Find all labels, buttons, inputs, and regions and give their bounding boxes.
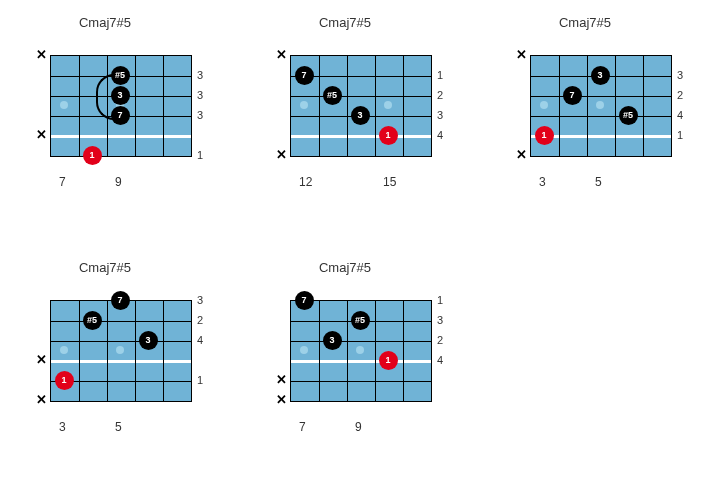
finger-number: 3 xyxy=(197,109,203,121)
mute-icon: ✕ xyxy=(276,147,287,162)
string-line xyxy=(291,135,431,138)
mute-icon: ✕ xyxy=(516,147,527,162)
mute-icon: ✕ xyxy=(276,372,287,387)
chord-diagram: Cmaj7#5✕✕7#531324135 xyxy=(30,260,230,450)
fret-line xyxy=(375,56,376,156)
finger-dot: 1 xyxy=(535,126,554,145)
fret-inlay xyxy=(356,346,364,354)
fret-number: 5 xyxy=(115,420,122,434)
mute-icon: ✕ xyxy=(36,352,47,367)
fret-line xyxy=(587,56,588,156)
finger-dot: #5 xyxy=(111,66,130,85)
finger-dot: 3 xyxy=(351,106,370,125)
fret-line xyxy=(135,56,136,156)
mute-icon: ✕ xyxy=(516,47,527,62)
fret-line xyxy=(79,56,80,156)
chord-title: Cmaj7#5 xyxy=(30,15,180,30)
finger-number: 3 xyxy=(437,109,443,121)
chord-diagram: Cmaj7#5✕✕#5371333179 xyxy=(30,15,230,205)
finger-dot: 3 xyxy=(323,331,342,350)
finger-dot: #5 xyxy=(83,311,102,330)
chord-title: Cmaj7#5 xyxy=(270,260,420,275)
finger-number: 4 xyxy=(677,109,683,121)
finger-number: 2 xyxy=(437,89,443,101)
finger-dot: 7 xyxy=(111,106,130,125)
fret-inlay xyxy=(60,346,68,354)
fret-inlay xyxy=(540,101,548,109)
fret-inlay xyxy=(300,346,308,354)
finger-dot: 7 xyxy=(111,291,130,310)
fret-line xyxy=(615,56,616,156)
string-line xyxy=(51,135,191,138)
fret-number: 3 xyxy=(59,420,66,434)
finger-number: 1 xyxy=(437,69,443,81)
finger-dot: #5 xyxy=(351,311,370,330)
fret-inlay xyxy=(300,101,308,109)
mute-icon: ✕ xyxy=(36,392,47,407)
fret-number: 12 xyxy=(299,175,312,189)
finger-number: 3 xyxy=(677,69,683,81)
chord-diagram: Cmaj7#5✕✕7#53112341215 xyxy=(270,15,470,205)
finger-dot: 3 xyxy=(139,331,158,350)
finger-dot: #5 xyxy=(323,86,342,105)
finger-number: 1 xyxy=(197,374,203,386)
finger-dot: 1 xyxy=(379,126,398,145)
fret-number: 7 xyxy=(299,420,306,434)
string-line xyxy=(291,360,431,363)
mute-icon: ✕ xyxy=(276,47,287,62)
fret-number: 9 xyxy=(115,175,122,189)
chord-diagram: Cmaj7#5✕✕37#51324135 xyxy=(510,15,710,205)
finger-dot: 1 xyxy=(83,146,102,165)
fret-line xyxy=(403,56,404,156)
fret-line xyxy=(319,56,320,156)
fret-inlay xyxy=(116,346,124,354)
finger-number: 3 xyxy=(197,294,203,306)
fret-line xyxy=(135,301,136,401)
finger-number: 2 xyxy=(197,314,203,326)
chord-diagram: Cmaj7#5✕✕7#531132479 xyxy=(270,260,470,450)
finger-number: 2 xyxy=(437,334,443,346)
fret-number: 7 xyxy=(59,175,66,189)
fret-line xyxy=(403,301,404,401)
mute-icon: ✕ xyxy=(276,392,287,407)
finger-number: 1 xyxy=(677,129,683,141)
fret-number: 3 xyxy=(539,175,546,189)
fret-inlay xyxy=(596,101,604,109)
fret-line xyxy=(163,56,164,156)
finger-dot: #5 xyxy=(619,106,638,125)
chord-title: Cmaj7#5 xyxy=(30,260,180,275)
finger-number: 4 xyxy=(437,129,443,141)
fret-line xyxy=(347,301,348,401)
finger-dot: 7 xyxy=(563,86,582,105)
fret-inlay xyxy=(384,101,392,109)
finger-dot: 7 xyxy=(295,66,314,85)
fret-number: 15 xyxy=(383,175,396,189)
fret-line xyxy=(347,56,348,156)
fret-inlay xyxy=(60,101,68,109)
string-line xyxy=(51,360,191,363)
chord-title: Cmaj7#5 xyxy=(510,15,660,30)
finger-number: 3 xyxy=(197,89,203,101)
fret-line xyxy=(79,301,80,401)
finger-number: 1 xyxy=(197,149,203,161)
mute-icon: ✕ xyxy=(36,47,47,62)
finger-number: 3 xyxy=(437,314,443,326)
finger-number: 4 xyxy=(197,334,203,346)
string-line xyxy=(291,381,431,382)
mute-icon: ✕ xyxy=(36,127,47,142)
finger-number: 4 xyxy=(437,354,443,366)
fret-line xyxy=(319,301,320,401)
fret-line xyxy=(643,56,644,156)
string-line xyxy=(531,116,671,117)
finger-number: 1 xyxy=(437,294,443,306)
string-line xyxy=(291,96,431,97)
fret-number: 9 xyxy=(355,420,362,434)
fret-line xyxy=(559,56,560,156)
finger-number: 2 xyxy=(677,89,683,101)
string-line xyxy=(291,341,431,342)
string-line xyxy=(51,341,191,342)
fret-number: 5 xyxy=(595,175,602,189)
fret-line xyxy=(375,301,376,401)
fret-line xyxy=(163,301,164,401)
fret-line xyxy=(107,301,108,401)
